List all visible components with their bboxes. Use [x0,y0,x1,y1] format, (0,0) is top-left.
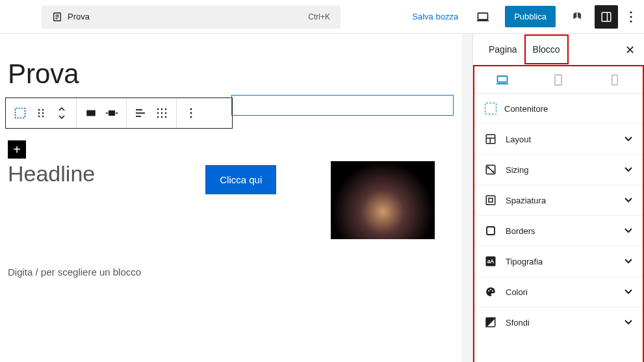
section-colors[interactable]: Colori [474,276,643,307]
svg-point-34 [190,109,192,110]
svg-point-28 [157,112,159,114]
section-label: Colori [506,287,528,297]
sizing-icon [485,164,496,175]
cta-button[interactable]: Clicca qui [205,165,276,194]
headline-block[interactable]: Headline [8,161,95,187]
chevron-down-icon [625,289,632,294]
section-backgrounds[interactable]: Sfondi [474,307,643,337]
page-title[interactable]: Prova [8,58,457,90]
svg-point-27 [165,109,167,110]
borders-icon [485,225,496,237]
preview-device-button[interactable] [471,5,495,29]
svg-point-51 [488,290,489,291]
section-layout[interactable]: Layout [474,123,643,154]
section-borders[interactable]: Borders [474,215,643,246]
document-title-chip[interactable]: Prova Ctrl+K [42,5,341,29]
chevron-down-icon [625,198,632,203]
publish-button[interactable]: Pubblica [505,6,556,27]
svg-point-12 [38,109,40,111]
chevron-down-icon [625,259,632,264]
add-block-button[interactable]: + [8,140,26,159]
block-settings-panel: Contenitore Layout Sizing Spaziatura Bor… [474,66,643,362]
spacing-icon [485,194,496,206]
container-block-icon[interactable] [10,101,31,125]
drag-handle-icon[interactable] [31,101,51,125]
selected-container-block[interactable] [231,95,454,116]
svg-point-9 [630,16,632,18]
svg-point-36 [190,116,192,118]
svg-rect-6 [602,12,611,21]
section-typography[interactable]: aA Tipografia [474,246,643,276]
svg-point-35 [190,112,192,114]
grid-icon[interactable] [151,101,172,125]
svg-point-32 [161,116,163,118]
svg-point-14 [38,112,40,114]
backgrounds-icon [485,317,496,328]
section-label: Borders [506,226,535,236]
sidebar-toggle-button[interactable] [595,5,618,29]
svg-point-30 [165,112,167,114]
chevron-down-icon [625,136,632,142]
align-wide-icon[interactable] [101,101,122,125]
align-full-icon[interactable] [81,101,101,125]
svg-rect-39 [555,75,562,85]
svg-point-53 [492,290,493,291]
svg-point-33 [165,116,167,118]
section-label: Sfondi [506,318,530,328]
container-icon [485,103,496,114]
device-desktop-tab[interactable] [474,66,530,93]
settings-sidebar: Pagina Blocco ✕ Contenitore Layout Siz [472,34,644,362]
svg-line-45 [488,167,494,173]
section-sizing[interactable]: Sizing [474,154,643,185]
layout-icon [485,133,496,145]
image-block[interactable] [331,161,435,239]
svg-point-25 [157,109,159,110]
svg-rect-47 [489,198,493,202]
sidebar-tabs: Pagina Blocco ✕ [473,34,644,65]
document-icon [52,12,62,22]
section-label: Layout [506,135,531,144]
builder-icon-button[interactable] [566,5,589,29]
tab-page[interactable]: Pagina [481,35,525,64]
editor-canvas[interactable]: Prova + Headline Clicca qui [0,34,462,362]
section-label: Sizing [506,165,528,175]
device-mobile-tab[interactable] [587,66,643,93]
shortcut-hint: Ctrl+K [308,12,330,21]
svg-point-16 [38,116,40,118]
save-draft-link[interactable]: Salva bozza [412,12,458,21]
svg-rect-46 [486,196,495,205]
svg-rect-11 [16,109,25,118]
block-toolbar [5,97,233,129]
chevron-down-icon [625,228,632,233]
svg-rect-40 [612,75,618,84]
svg-rect-19 [109,110,115,116]
colors-icon [485,286,496,298]
block-type-label: Contenitore [474,94,643,123]
svg-point-8 [630,11,632,13]
section-label: Spaziatura [506,196,546,205]
svg-rect-4 [478,13,488,19]
block-name-text: Contenitore [504,104,548,114]
tab-block[interactable]: Blocco [525,35,568,64]
svg-point-10 [630,20,632,22]
svg-point-17 [42,116,44,118]
justify-left-icon[interactable] [131,101,151,125]
svg-rect-37 [498,76,508,82]
more-menu-button[interactable] [623,11,639,23]
typography-icon: aA [485,255,496,267]
svg-point-26 [161,109,163,110]
chevron-down-icon [625,167,632,172]
section-label: Tipografia [506,257,543,266]
block-options-icon[interactable] [181,101,201,125]
section-spacing[interactable]: Spaziatura [474,185,643,215]
scrollbar[interactable] [462,34,472,362]
svg-rect-48 [487,227,495,235]
move-arrows-icon[interactable] [51,101,72,125]
chevron-down-icon [625,320,632,325]
svg-point-15 [42,112,44,114]
document-title: Prova [68,12,90,21]
block-placeholder-text[interactable]: Digita / per scegliere un blocco [8,266,457,278]
svg-point-13 [42,109,44,111]
close-sidebar-button[interactable]: ✕ [625,43,635,57]
device-tablet-tab[interactable] [530,66,586,93]
